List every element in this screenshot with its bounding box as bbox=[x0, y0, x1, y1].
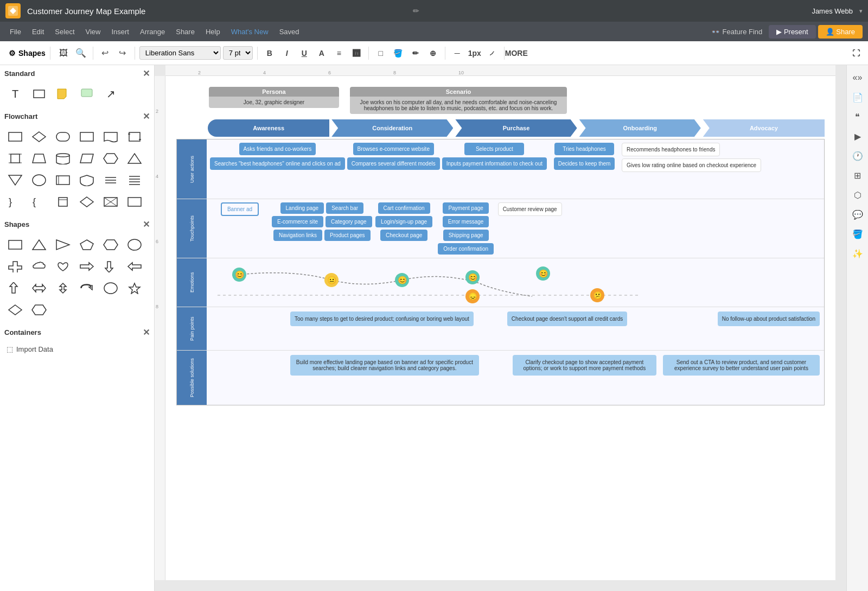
share-button[interactable]: 👤 Share bbox=[818, 25, 863, 39]
s-cross[interactable] bbox=[4, 257, 26, 276]
fc-rect3[interactable] bbox=[4, 149, 26, 168]
ua-recommends[interactable]: Recommends headphones to friends bbox=[622, 143, 720, 156]
clock-icon[interactable]: 🕐 bbox=[850, 148, 866, 164]
arrow-shape[interactable]: ↗ bbox=[100, 84, 122, 104]
bucket-icon[interactable]: 🪣 bbox=[850, 226, 866, 242]
menu-file[interactable]: File bbox=[5, 26, 25, 38]
tp-category[interactable]: Category page bbox=[326, 216, 372, 227]
fc-rect5[interactable] bbox=[52, 192, 74, 212]
rect-shape[interactable] bbox=[28, 84, 50, 104]
fc-hexagon[interactable] bbox=[100, 149, 122, 168]
collapse-panel-icon[interactable]: «» bbox=[850, 69, 866, 86]
ps-purchase[interactable]: Clarify checkout page to show accepted p… bbox=[513, 355, 656, 376]
edit-icon[interactable]: ✏ bbox=[413, 7, 419, 15]
stage-consideration[interactable]: Consideration bbox=[331, 119, 453, 137]
text-format-button[interactable]: 🅰 bbox=[349, 46, 364, 61]
fullscreen-button[interactable]: ⛶ bbox=[848, 46, 864, 61]
fc-lines2[interactable] bbox=[124, 170, 145, 190]
bold-button[interactable]: B bbox=[262, 46, 277, 61]
s-star[interactable] bbox=[124, 278, 145, 298]
app-logo[interactable] bbox=[5, 3, 21, 18]
fc-rect2[interactable] bbox=[76, 127, 98, 147]
font-color-button[interactable]: A bbox=[314, 46, 329, 61]
fc-braces2[interactable]: { bbox=[28, 192, 50, 212]
s-diamond[interactable] bbox=[4, 300, 26, 320]
fc-rounded[interactable] bbox=[52, 127, 74, 147]
stage-advocacy[interactable]: Advocacy bbox=[703, 119, 825, 137]
pp-advocacy[interactable]: No follow-up about product satisfaction bbox=[718, 312, 820, 326]
video-icon[interactable]: ▶ bbox=[850, 128, 866, 144]
s-arrow-curve[interactable] bbox=[76, 278, 98, 298]
undo-icon[interactable]: ↩ bbox=[98, 46, 113, 61]
tp-search[interactable]: Search bar bbox=[326, 202, 363, 214]
close-shapes-icon[interactable]: ✕ bbox=[143, 219, 150, 230]
line-end-button[interactable]: ⟋ bbox=[484, 46, 500, 61]
fc-cylinder[interactable] bbox=[52, 149, 74, 168]
stage-awareness[interactable]: Awareness bbox=[208, 119, 329, 137]
s-arrow-r[interactable] bbox=[76, 257, 98, 276]
s-rect[interactable] bbox=[4, 235, 26, 255]
ps-advocacy[interactable]: Send out a CTA to review product, and se… bbox=[663, 355, 820, 376]
feature-find-button[interactable]: 👓 Feature Find bbox=[711, 28, 763, 36]
shapes-section-header[interactable]: Shapes ✕ bbox=[0, 216, 154, 233]
persona-box[interactable]: Persona Joe, 32, graphic designer bbox=[209, 87, 339, 114]
ps-consideration[interactable]: Build more effective landing page based … bbox=[290, 355, 479, 376]
s-rtriangle[interactable] bbox=[52, 235, 74, 255]
stage-purchase[interactable]: Purchase bbox=[455, 119, 577, 137]
s-heart[interactable] bbox=[52, 257, 74, 276]
user-chevron-icon[interactable]: ▾ bbox=[859, 8, 863, 15]
fc-triangle2[interactable] bbox=[4, 170, 26, 190]
fc-tape[interactable] bbox=[124, 127, 145, 147]
comment-icon[interactable]: 💬 bbox=[850, 206, 866, 223]
fc-trapezoid[interactable] bbox=[28, 149, 50, 168]
quote-icon[interactable]: ❝ bbox=[850, 109, 866, 125]
italic-button[interactable]: I bbox=[279, 46, 295, 61]
s-triangle[interactable] bbox=[28, 235, 50, 255]
menu-insert[interactable]: Insert bbox=[107, 26, 133, 38]
more-button[interactable]: MORE bbox=[509, 46, 524, 61]
tp-login[interactable]: Login/sign-up page bbox=[375, 216, 432, 227]
ua-inputs[interactable]: Inputs payment information to check out bbox=[442, 157, 547, 170]
standard-section-header[interactable]: Standard ✕ bbox=[0, 65, 154, 82]
containers-section-header[interactable]: Containers ✕ bbox=[0, 324, 154, 341]
magic-icon[interactable]: ✨ bbox=[850, 245, 866, 262]
s-hexagon2[interactable] bbox=[28, 300, 50, 320]
text-shape[interactable]: T bbox=[4, 84, 26, 104]
page-icon[interactable]: 📄 bbox=[850, 89, 866, 105]
layers-icon[interactable]: ⊞ bbox=[850, 167, 866, 183]
menu-share[interactable]: Share bbox=[171, 26, 199, 38]
font-size-selector[interactable]: 7 pt bbox=[223, 46, 253, 60]
stage-onboarding[interactable]: Onboarding bbox=[579, 119, 701, 137]
connection-button[interactable]: ⊕ bbox=[425, 46, 441, 61]
s-pentagon[interactable] bbox=[76, 235, 98, 255]
s-cloud[interactable] bbox=[28, 257, 50, 276]
tp-ecommerce[interactable]: E-commerce site bbox=[272, 216, 323, 227]
tp-order[interactable]: Order confirmation bbox=[438, 243, 494, 255]
image-icon[interactable]: 🖼 bbox=[56, 46, 71, 61]
fc-paper[interactable] bbox=[100, 127, 122, 147]
fc-rect4[interactable] bbox=[52, 170, 74, 190]
s-arrow-ud[interactable] bbox=[52, 278, 74, 298]
tp-checkout[interactable]: Checkout page bbox=[380, 230, 427, 241]
canvas-content[interactable]: Persona Joe, 32, graphic designer Scenar… bbox=[165, 76, 835, 580]
underline-button[interactable]: U bbox=[297, 46, 312, 61]
ua-decides[interactable]: Decides to keep them bbox=[554, 157, 615, 170]
s-arrow-u[interactable] bbox=[4, 278, 26, 298]
fc-rect6[interactable] bbox=[124, 192, 145, 212]
scenario-box[interactable]: Scenario Joe works on his computer all d… bbox=[350, 87, 567, 114]
fc-rect[interactable] bbox=[4, 127, 26, 147]
tp-payment[interactable]: Payment page bbox=[443, 202, 489, 214]
ua-ask-friends[interactable]: Asks friends and co-workers bbox=[239, 143, 316, 155]
ua-searches[interactable]: Searches "best headphones" online and cl… bbox=[210, 157, 345, 170]
menu-help[interactable]: Help bbox=[201, 26, 225, 38]
import-data-button[interactable]: ⬚ Import Data bbox=[0, 341, 154, 358]
s-hexagon[interactable] bbox=[100, 235, 122, 255]
s-arrow-l[interactable] bbox=[124, 257, 145, 276]
close-standard-icon[interactable]: ✕ bbox=[143, 68, 150, 79]
tp-product-pages[interactable]: Product pages bbox=[324, 230, 371, 241]
line-type-button[interactable]: ─ bbox=[450, 46, 465, 61]
s-circle2[interactable] bbox=[100, 278, 122, 298]
ua-gives-rating[interactable]: Gives low rating online based on checkou… bbox=[622, 158, 761, 172]
close-containers-icon[interactable]: ✕ bbox=[143, 327, 150, 338]
shape-button[interactable]: □ bbox=[373, 46, 388, 61]
